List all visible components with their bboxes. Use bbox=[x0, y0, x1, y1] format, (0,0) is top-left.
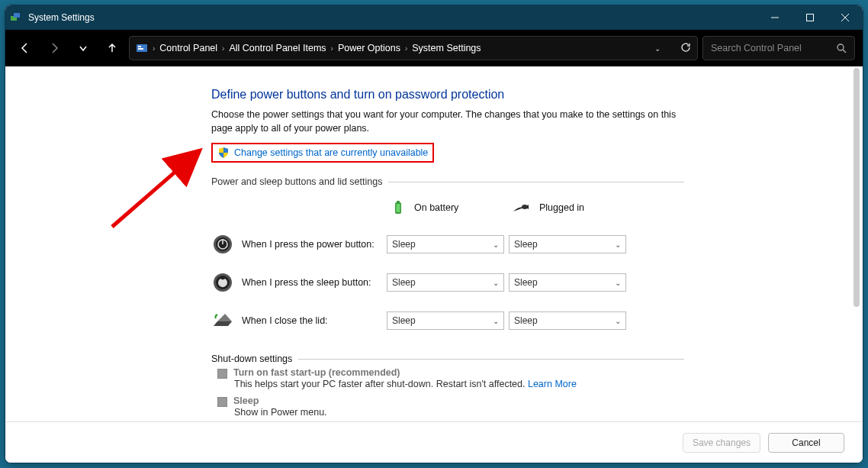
shutdown-section-title: Shut-down settings bbox=[211, 353, 684, 364]
change-settings-link[interactable]: Change settings that are currently unava… bbox=[211, 143, 434, 163]
scroll-thumb[interactable] bbox=[854, 68, 860, 307]
chevron-down-icon[interactable]: ⌄ bbox=[654, 44, 661, 53]
control-panel-icon bbox=[136, 42, 148, 54]
breadcrumb[interactable]: System Settings bbox=[412, 43, 481, 53]
power-button-battery-dropdown[interactable]: Sleep⌄ bbox=[387, 235, 504, 253]
navbar: › Control Panel › All Control Panel Item… bbox=[5, 30, 863, 66]
minimize-button[interactable] bbox=[757, 5, 792, 30]
search-placeholder: Search Control Panel bbox=[711, 43, 836, 53]
row-power-button: When I press the power button: bbox=[211, 225, 387, 263]
svg-rect-13 bbox=[397, 204, 400, 212]
sleep-checkbox[interactable]: Sleep bbox=[211, 392, 684, 407]
window-title: System Settings bbox=[25, 12, 757, 23]
battery-icon bbox=[390, 199, 407, 216]
app-icon bbox=[5, 11, 25, 24]
column-header-battery: On battery bbox=[387, 195, 509, 225]
checkbox-icon bbox=[217, 369, 227, 379]
breadcrumb[interactable]: All Control Panel Items bbox=[229, 43, 326, 53]
svg-rect-3 bbox=[807, 15, 814, 21]
titlebar: System Settings bbox=[5, 5, 863, 30]
svg-line-10 bbox=[843, 50, 846, 53]
forward-button[interactable] bbox=[42, 36, 66, 60]
change-settings-link-text[interactable]: Change settings that are currently unava… bbox=[234, 147, 428, 158]
refresh-button[interactable] bbox=[680, 42, 691, 55]
power-section-title: Power and sleep buttons and lid settings bbox=[211, 176, 684, 187]
search-icon bbox=[836, 43, 847, 53]
settings-window: System Settings › Control Panel › All Co… bbox=[5, 5, 863, 463]
footer: Save changes Cancel bbox=[5, 421, 863, 463]
content-area: Define power buttons and turn on passwor… bbox=[5, 66, 863, 421]
save-changes-button[interactable]: Save changes bbox=[683, 433, 760, 453]
column-header-plugged: Plugged in bbox=[509, 196, 631, 224]
page-description: Choose the power settings that you want … bbox=[211, 108, 684, 135]
search-input[interactable]: Search Control Panel bbox=[702, 36, 855, 60]
breadcrumb[interactable]: Control Panel bbox=[159, 43, 217, 53]
back-button[interactable] bbox=[13, 36, 37, 60]
address-bar[interactable]: › Control Panel › All Control Panel Item… bbox=[129, 36, 698, 60]
close-lid-plugged-dropdown[interactable]: Sleep⌄ bbox=[509, 311, 626, 330]
svg-rect-1 bbox=[14, 13, 20, 18]
up-button[interactable] bbox=[100, 36, 124, 60]
svg-point-14 bbox=[522, 205, 528, 209]
cancel-button[interactable]: Cancel bbox=[768, 433, 844, 453]
learn-more-link[interactable]: Learn More bbox=[528, 379, 577, 389]
svg-rect-8 bbox=[138, 48, 143, 50]
sleep-button-plugged-dropdown[interactable]: Sleep⌄ bbox=[509, 273, 626, 292]
lid-icon bbox=[211, 309, 234, 332]
checkbox-icon bbox=[217, 397, 227, 407]
breadcrumb[interactable]: Power Options bbox=[338, 43, 400, 53]
svg-point-9 bbox=[837, 44, 844, 50]
vertical-scrollbar[interactable] bbox=[852, 68, 861, 420]
row-sleep-button: When I press the sleep button: bbox=[211, 263, 387, 302]
power-button-plugged-dropdown[interactable]: Sleep⌄ bbox=[509, 235, 626, 253]
sleep-desc: Show in Power menu. bbox=[211, 407, 684, 421]
recent-button[interactable] bbox=[71, 36, 95, 60]
page-title: Define power buttons and turn on passwor… bbox=[211, 88, 684, 102]
shield-icon bbox=[217, 147, 230, 159]
close-button[interactable] bbox=[828, 5, 863, 30]
close-lid-battery-dropdown[interactable]: Sleep⌄ bbox=[387, 311, 504, 330]
svg-rect-12 bbox=[397, 201, 400, 203]
sleep-button-battery-dropdown[interactable]: Sleep⌄ bbox=[387, 273, 504, 292]
fast-startup-desc: This helps start your PC faster after sh… bbox=[211, 379, 684, 392]
fast-startup-checkbox[interactable]: Turn on fast start-up (recommended) bbox=[211, 364, 684, 379]
plug-icon bbox=[512, 201, 532, 215]
sleep-icon bbox=[211, 271, 234, 294]
svg-rect-7 bbox=[138, 46, 141, 47]
power-icon bbox=[211, 233, 234, 256]
maximize-button[interactable] bbox=[792, 5, 828, 30]
row-close-lid: When I close the lid: bbox=[211, 302, 387, 340]
